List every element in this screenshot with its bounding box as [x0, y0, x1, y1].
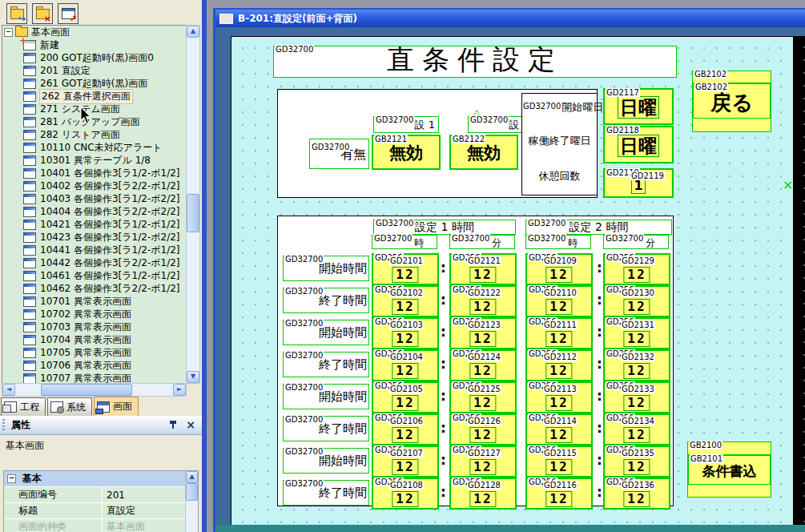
- shift-condition-panel[interactable]: △ GD32700 有無 GD32700 設 1 GD32700 設 2 GB2…: [277, 89, 598, 198]
- time-value-input[interactable]: GD256GD213612: [603, 478, 670, 510]
- time-value-input[interactable]: GD256GD210912: [525, 253, 593, 285]
- tree-horizontal-scrollbar[interactable]: ◄ ►: [2, 383, 187, 397]
- tree-root-folder[interactable]: − 基本画面: [2, 26, 187, 38]
- scroll-up-icon[interactable]: ▲: [187, 26, 199, 38]
- end-day-button[interactable]: GD2118 日曜: [603, 126, 674, 163]
- time-value-input[interactable]: GD256GD212612: [449, 413, 517, 445]
- tree-item[interactable]: 新建: [2, 38, 187, 51]
- time-value-input[interactable]: GD256GD212312: [449, 317, 517, 349]
- document-title-bar[interactable]: B-201:直設定(前面+背面): [215, 10, 805, 27]
- property-value[interactable]: 201: [102, 487, 198, 502]
- tree-item[interactable]: 281 バックアップ画面: [2, 115, 187, 128]
- tree-item[interactable]: 10702 異常表示画面: [2, 308, 187, 320]
- preview-window-button[interactable]: ↗: [58, 3, 78, 24]
- back-button[interactable]: GB2102 戻る: [692, 83, 771, 119]
- time-value-input[interactable]: GD256GD210312: [372, 317, 439, 349]
- back-lamp-bar[interactable]: GB2102: [692, 71, 771, 83]
- tree-item[interactable]: 261 GOT起動時(黒)画面: [2, 77, 187, 90]
- design-canvas[interactable]: GD32700 直条件設定 GB2102 GB2102 戻る △ GD32700…: [231, 36, 794, 526]
- tree-item[interactable]: 201 直設定: [2, 64, 187, 77]
- tree-scrollbar-thumb[interactable]: [187, 194, 199, 232]
- property-scrollbar-thumb[interactable]: [186, 483, 198, 501]
- close-icon[interactable]: ×: [186, 418, 195, 431]
- time-value-input[interactable]: GD256GD213212: [603, 349, 670, 381]
- tree-item[interactable]: 10110 CNC未対応アラート: [2, 141, 187, 154]
- tree-hscrollbar-thumb[interactable]: [41, 384, 132, 396]
- tree-item[interactable]: 10706 異常表示画面: [2, 359, 187, 372]
- tab-screen[interactable]: 画面: [94, 397, 139, 417]
- tree-item[interactable]: 10701 異常表示画面: [2, 295, 187, 308]
- time-value-input[interactable]: GD256GD210412: [372, 349, 439, 381]
- time-value-input[interactable]: GD256GD212912: [603, 253, 670, 285]
- time-value-input[interactable]: GD256GD212512: [449, 381, 517, 413]
- time-value-input[interactable]: GD256GD211512: [525, 445, 593, 478]
- tree-item[interactable]: 10423 各個操作3[ラ1/2-ボ2/2]: [2, 231, 187, 244]
- scroll-left-icon[interactable]: ◄: [2, 384, 15, 396]
- set1-label[interactable]: GD32700 設 1: [373, 116, 439, 133]
- time-value-input[interactable]: GD256GD210212: [372, 285, 439, 317]
- tree-item[interactable]: 10402 各個操作3[ラ2/2-ボ1/2]: [2, 179, 187, 192]
- collapse-icon[interactable]: −: [7, 474, 16, 483]
- tree-item[interactable]: 10401 各個操作3[ラ1/2-ボ1/2]: [2, 167, 187, 179]
- time-value-input[interactable]: GD256GD212212: [449, 285, 517, 317]
- time-value-input[interactable]: GD256GD211312: [525, 381, 593, 413]
- property-value[interactable]: 直設定: [102, 503, 198, 518]
- break-count-input[interactable]: GD2119 GD2119 1: [603, 168, 674, 198]
- time-value-input[interactable]: GD256GD210612: [372, 413, 439, 445]
- scroll-up-icon[interactable]: ▲: [186, 471, 198, 483]
- screen-tree[interactable]: − 基本画面 新建200 GOT起動時(黒)画面0201 直設定261 GOT起…: [2, 25, 187, 384]
- time-value-input[interactable]: GD256GD212112: [449, 253, 517, 285]
- time-value-input[interactable]: GD256GD210112: [372, 253, 439, 285]
- time-value-input[interactable]: GD256GD211012: [525, 285, 593, 317]
- property-group-header[interactable]: − 基本: [4, 471, 198, 486]
- tab-project[interactable]: 工程: [1, 397, 46, 417]
- tree-vertical-scrollbar[interactable]: ▲ ▼: [186, 25, 200, 384]
- property-value[interactable]: 基本画面: [102, 519, 198, 532]
- time-value-input[interactable]: GD256GD213112: [603, 317, 670, 349]
- condition-write-button[interactable]: GB2101 条件書込: [687, 454, 771, 486]
- tree-item[interactable]: 10403 各個操作3[ラ1/2-ボ2/2]: [2, 192, 187, 205]
- time-value-input[interactable]: GD256GD210812: [372, 478, 439, 510]
- tree-item[interactable]: 10421 各個操作3[ラ1/2-ボ1/2]: [2, 218, 187, 231]
- start-day-button[interactable]: GD2117 日曜: [603, 88, 674, 125]
- time-value-input[interactable]: GD256GD213512: [603, 445, 670, 478]
- write-spacer-bar[interactable]: [687, 484, 771, 498]
- toggle-button-1[interactable]: GB2121 無効: [372, 135, 441, 170]
- tree-item[interactable]: 10301 異常テーブル 1/8: [2, 154, 187, 167]
- close-screen-button[interactable]: ×: [32, 3, 53, 24]
- time-value-input[interactable]: GD256GD213012: [603, 285, 670, 317]
- tree-item[interactable]: 10703 異常表示画面: [2, 320, 187, 333]
- scroll-right-icon[interactable]: ►: [173, 384, 186, 396]
- open-screen-button[interactable]: ↪: [6, 3, 27, 24]
- tree-item[interactable]: 10462 各個操作3[ラ2/2-ボ1/2]: [2, 282, 187, 295]
- tree-item[interactable]: 10705 異常表示画面: [2, 346, 187, 359]
- tree-item[interactable]: 282 リストア画面: [2, 128, 187, 141]
- collapse-icon[interactable]: −: [4, 28, 13, 37]
- scroll-down-icon[interactable]: ▼: [187, 371, 199, 383]
- back-spacer-bar[interactable]: [692, 118, 771, 132]
- time-value-input[interactable]: GD256GD213312: [603, 381, 670, 413]
- tree-item[interactable]: 10707 異常表示画面: [2, 372, 187, 384]
- tree-item[interactable]: 10442 各個操作3[ラ2/2-ボ1/2]: [2, 256, 187, 269]
- write-lamp-bar[interactable]: GB2100: [687, 441, 771, 455]
- tree-item[interactable]: 262 直条件選択画面: [2, 90, 187, 103]
- time-value-input[interactable]: GD256GD211112: [525, 317, 593, 349]
- time-value-input[interactable]: GD256GD211412: [525, 413, 593, 445]
- time-value-input[interactable]: GD256GD213412: [603, 413, 670, 445]
- weekday-subpanel[interactable]: GD32700開始曜日 稼働終了曜日 休憩回数: [521, 93, 598, 195]
- tab-system[interactable]: 系统: [47, 397, 92, 417]
- time-value-input[interactable]: GD256GD212712: [449, 445, 517, 478]
- time-value-input[interactable]: GD256GD212812: [449, 478, 517, 510]
- time-value-input[interactable]: GD256GD210512: [372, 381, 439, 413]
- tree-item[interactable]: 200 GOT起動時(黒)画面0: [2, 51, 187, 64]
- pin-icon[interactable]: [169, 420, 178, 430]
- screen-title-object[interactable]: GD32700 直条件設定: [273, 46, 677, 78]
- tree-item[interactable]: 271 システム画面: [2, 103, 187, 115]
- property-grid-scrollbar[interactable]: ▲: [185, 471, 198, 532]
- tree-item[interactable]: 10441 各個操作3[ラ1/2-ボ1/2]: [2, 244, 187, 256]
- time-value-input[interactable]: GD256GD212412: [449, 349, 517, 381]
- time-settings-panel[interactable]: GD32700設定 1 時間GD32700設定 2 時間GD32700時GD32…: [277, 216, 674, 506]
- tree-item[interactable]: 10404 各個操作3[ラ2/2-ボ2/2]: [2, 205, 187, 218]
- tree-item[interactable]: 10461 各個操作3[ラ1/2-ボ1/2]: [2, 269, 187, 282]
- time-value-input[interactable]: GD256GD211612: [525, 478, 593, 510]
